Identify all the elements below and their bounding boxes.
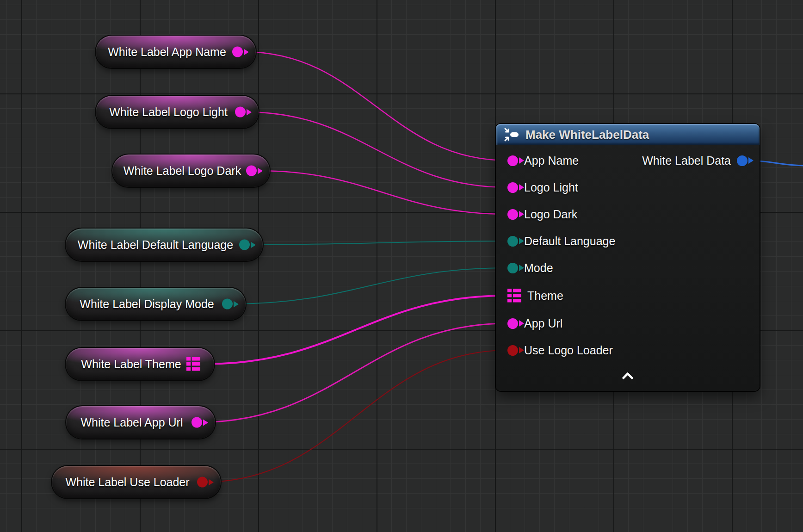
white-label-use-loader-label: White Label Use Loader	[65, 476, 189, 489]
white-label-theme-label: White Label Theme	[81, 358, 181, 371]
logo-light-label: Logo Light	[524, 181, 578, 194]
white-label-display-mode-label: White Label Display Mode	[80, 297, 214, 311]
input-pin-row-logo-light: Logo Light	[507, 179, 578, 195]
white-label-default-language-node[interactable]: White Label Default Language	[66, 229, 263, 261]
app-url-input-pin[interactable]	[507, 318, 518, 329]
white-label-app-url-label: White Label App Url	[81, 416, 183, 429]
wire-white-label-use-loader-to-use-logo-loader[interactable]	[204, 350, 508, 482]
mode-input-pin[interactable]	[507, 263, 518, 273]
default-language-label: Default Language	[524, 235, 615, 248]
input-pin-row-logo-dark: Logo Dark	[507, 206, 577, 222]
logo-dark-label: Logo Dark	[524, 208, 577, 221]
logo-dark-input-pin[interactable]	[507, 209, 518, 220]
white-label-display-mode-node[interactable]: White Label Display Mode	[66, 288, 246, 320]
white-label-app-name-output-pin[interactable]	[232, 47, 243, 57]
white-label-logo-dark-label: White Label Logo Dark	[124, 164, 241, 178]
input-pin-row-app-name: App Name	[507, 153, 579, 168]
collapse-node-button[interactable]	[621, 371, 635, 380]
wire-white-label-theme-to-theme[interactable]	[204, 296, 507, 364]
white-label-app-url-node[interactable]: White Label App Url	[66, 406, 215, 439]
white-label-logo-light-label: White Label Logo Light	[109, 105, 228, 119]
white-label-data-label: White Label Data	[642, 154, 731, 167]
app-name-input-pin[interactable]	[507, 155, 518, 166]
input-pin-row-app-url: App Url	[507, 315, 562, 331]
white-label-default-language-label: White Label Default Language	[78, 238, 233, 252]
node-header: Make WhiteLabelData	[496, 124, 760, 145]
white-label-display-mode-output-pin[interactable]	[222, 299, 233, 309]
white-label-logo-light-node[interactable]: White Label Logo Light	[96, 96, 259, 128]
white-label-use-loader-node[interactable]: White Label Use Loader	[52, 466, 221, 498]
wire-white-label-logo-light-to-logo-light[interactable]	[245, 112, 508, 187]
white-label-theme-output-pin-struct-grid-icon[interactable]	[186, 357, 200, 371]
app-name-label: App Name	[524, 154, 579, 167]
use-logo-loader-label: Use Logo Loader	[524, 344, 613, 357]
white-label-logo-dark-output-pin[interactable]	[246, 166, 257, 176]
input-pin-row-use-logo-loader: Use Logo Loader	[507, 342, 613, 358]
white-label-logo-dark-node[interactable]: White Label Logo Dark	[112, 155, 270, 187]
blueprint-canvas[interactable]: White Label App NameWhite Label Logo Lig…	[0, 0, 803, 532]
wire-white-label-default-language-to-default-language[interactable]	[250, 241, 508, 245]
white-label-data-output-pin[interactable]	[737, 155, 747, 166]
input-pin-row-theme: Theme	[507, 288, 563, 303]
use-logo-loader-input-pin[interactable]	[507, 345, 518, 356]
logo-light-input-pin[interactable]	[507, 182, 518, 193]
white-label-app-url-output-pin[interactable]	[191, 417, 202, 428]
white-label-logo-light-output-pin[interactable]	[235, 107, 246, 118]
input-pin-row-default-language: Default Language	[507, 233, 615, 249]
white-label-theme-node[interactable]: White Label Theme	[66, 348, 214, 380]
mode-label: Mode	[524, 261, 553, 275]
app-url-label: App Url	[524, 317, 562, 330]
wire-white-label-logo-dark-to-logo-dark[interactable]	[258, 171, 508, 214]
wire-white-label-app-url-to-app-url[interactable]	[198, 323, 508, 422]
input-pin-row-mode: Mode	[507, 260, 553, 276]
output-pin-row-white-label-data: White Label Data	[642, 153, 747, 168]
theme-label: Theme	[527, 289, 563, 303]
white-label-app-name-node[interactable]: White Label App Name	[96, 36, 256, 68]
make-whitelabeldata-node[interactable]: Make WhiteLabelDataApp NameLogo LightLog…	[496, 124, 760, 391]
make-struct-icon	[503, 127, 520, 142]
white-label-default-language-output-pin[interactable]	[239, 240, 250, 250]
node-title: Make WhiteLabelData	[525, 128, 649, 142]
wire-white-label-app-name-to-app-name[interactable]	[244, 52, 508, 161]
white-label-use-loader-output-pin[interactable]	[197, 477, 208, 488]
theme-input-pin-struct-grid-icon[interactable]	[507, 289, 521, 303]
white-label-app-name-label: White Label App Name	[108, 45, 226, 59]
default-language-input-pin[interactable]	[507, 236, 518, 247]
